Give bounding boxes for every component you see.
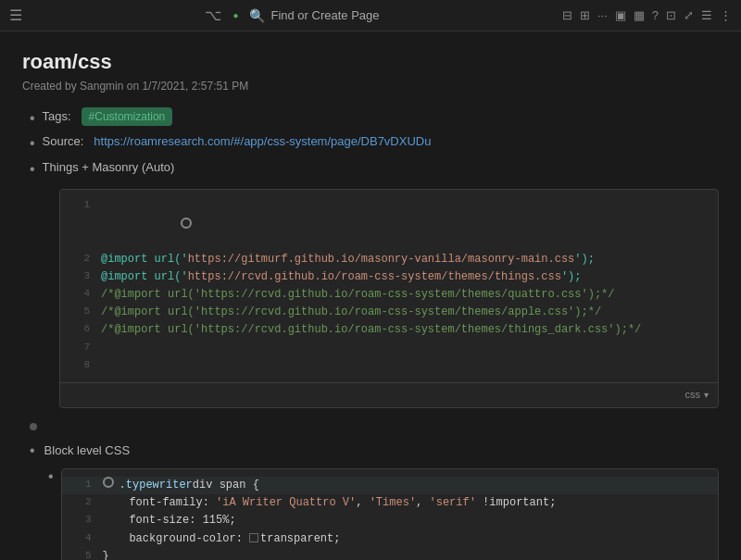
line-num-4: 4 — [71, 286, 90, 303]
b2-num-2: 2 — [73, 494, 92, 511]
search-icon: 🔍 — [249, 8, 265, 23]
expand-indicator-1 — [103, 477, 114, 488]
code-block-1[interactable]: 1 2 @import url('https://gitmurf.github.… — [59, 189, 719, 407]
section-divider — [30, 423, 719, 430]
line-content-7 — [101, 340, 107, 357]
code-block-1-footer: css ▾ — [60, 382, 718, 407]
bullet-dot-source: • — [30, 133, 35, 154]
toolbar-chart-icon[interactable]: ▦ — [634, 8, 645, 22]
things-label: Things + Masonry (Auto) — [43, 160, 175, 174]
toolbar-expand-icon[interactable]: ⤢ — [684, 8, 694, 22]
line-num-5: 5 — [71, 304, 90, 320]
tags-content: Tags: #Customization — [43, 107, 173, 126]
line-content-1 — [101, 197, 195, 251]
source-content: Source: https://roamresearch.com/#/app/c… — [43, 132, 432, 151]
toolbar-view-icon[interactable]: ⊡ — [666, 8, 676, 22]
toolbar-question-icon[interactable]: ? — [652, 8, 659, 22]
code-line-3: 3 @import url('https://rcvd.github.io/ro… — [60, 268, 718, 286]
line-num-1: 1 — [71, 197, 90, 214]
b2-num-5: 5 — [73, 548, 92, 560]
line-num-3: 3 — [71, 268, 90, 285]
code-line-4: 4 /*@import url('https://rcvd.github.io/… — [60, 286, 718, 304]
line-content-4: /*@import url('https://rcvd.github.io/ro… — [101, 286, 615, 304]
filter-icon[interactable]: ⌥ — [205, 6, 221, 24]
search-placeholder-text[interactable]: Find or Create Page — [270, 8, 379, 22]
line-content-5: /*@import url('https://rcvd.github.io/ro… — [101, 304, 601, 321]
b2-num-3: 3 — [73, 512, 92, 529]
typewriter-code-wrapper: 1 .typewriter div span { 2 font-family: … — [61, 468, 719, 560]
block-level-text: Block level CSS — [44, 443, 130, 457]
status-dot-icon: ● — [232, 10, 238, 20]
b2-content-2: font-family: 'iA Writer Quattro V', 'Tim… — [103, 494, 557, 512]
b2-content-3: font-size: 115%; — [103, 512, 236, 529]
toolbar-more-icon[interactable]: ··· — [597, 8, 608, 22]
topbar: ☰ ⌥ ● 🔍 Find or Create Page ⊟ ⊞ ··· ▣ ▦ … — [0, 0, 741, 31]
hamburger-menu-icon[interactable]: ☰ — [9, 6, 22, 24]
main-content: roam/css Created by Sangmin on 1/7/2021,… — [0, 31, 741, 560]
b2-line-3: 3 font-size: 115%; — [62, 512, 718, 529]
code-line-1: 1 — [60, 197, 718, 251]
things-bullet: • Things + Masonry (Auto) — [22, 158, 719, 180]
line-content-8 — [101, 357, 107, 375]
b2-line-4: 4 background-color: transparent; — [62, 530, 718, 548]
tags-label: Tags: — [43, 109, 71, 123]
line-num-2: 2 — [71, 251, 90, 268]
b2-line-2: 2 font-family: 'iA Writer Quattro V', 'T… — [62, 494, 718, 512]
code-block-2[interactable]: 1 .typewriter div span { 2 font-family: … — [61, 468, 719, 560]
bullet-dot-things: • — [30, 159, 35, 180]
bullet-dot-tags: • — [30, 108, 35, 129]
topbar-right: ⊟ ⊞ ··· ▣ ▦ ? ⊡ ⤢ ☰ ⋮ — [562, 8, 732, 22]
block-bullet-dot: • — [30, 441, 35, 461]
code-line-8: 8 — [60, 357, 718, 375]
b2-num-1: 1 — [73, 477, 92, 493]
page-subtitle: Created by Sangmin on 1/7/2021, 2:57:51 … — [22, 80, 719, 93]
topbar-left: ☰ — [9, 6, 22, 24]
code-line-7: 7 — [60, 340, 718, 357]
source-label: Source: — [43, 134, 84, 148]
b2-content-1: .typewriter — [119, 477, 193, 494]
code-block-2-lines: 1 .typewriter div span { 2 font-family: … — [62, 469, 718, 560]
search-bar[interactable]: 🔍 Find or Create Page — [249, 8, 379, 23]
toolbar-settings-icon[interactable]: ⋮ — [720, 8, 732, 22]
section-bullet-dot — [30, 423, 37, 430]
b2-content-5: } — [103, 548, 109, 560]
page-title: roam/css — [22, 50, 719, 74]
b2-line-1: 1 .typewriter div span { — [62, 477, 718, 494]
toolbar-list-icon[interactable]: ☰ — [701, 8, 712, 22]
code-line-5: 5 /*@import url('https://rcvd.github.io/… — [60, 304, 718, 321]
block-level-section: • Block level CSS • 1 .typewriter div sp… — [22, 440, 719, 560]
line-num-8: 8 — [71, 357, 90, 374]
b2-num-4: 4 — [73, 530, 92, 547]
source-link[interactable]: https://roamresearch.com/#/app/css-syste… — [94, 134, 431, 148]
toolbar-filter-icon[interactable]: ⊟ — [562, 8, 572, 22]
code-block-1-section: 1 2 @import url('https://gitmurf.github.… — [22, 189, 719, 407]
block-level-label-row: • Block level CSS — [22, 440, 719, 461]
b2-content-4: background-color: transparent; — [103, 530, 341, 548]
b2-line-5: 5 } — [62, 548, 718, 560]
line-num-6: 6 — [71, 321, 90, 338]
code-line-2: 2 @import url('https://gitmurf.github.io… — [60, 251, 718, 268]
code-lang-label-1: css — [685, 387, 701, 404]
lang-dropdown-arrow-1[interactable]: ▾ — [704, 388, 709, 403]
things-content: Things + Masonry (Auto) — [43, 158, 175, 177]
line-content-2: @import url('https://gitmurf.github.io/m… — [101, 251, 595, 268]
customization-tag[interactable]: #Customization — [82, 107, 173, 126]
topbar-center: ⌥ ● 🔍 Find or Create Page — [205, 6, 379, 24]
line-num-7: 7 — [71, 340, 90, 356]
toolbar-layout-icon[interactable]: ▣ — [615, 8, 626, 22]
line-content-3: @import url('https://rcvd.github.io/roam… — [101, 268, 582, 286]
toolbar-grid-icon[interactable]: ⊞ — [580, 8, 590, 22]
code-line-6: 6 /*@import url('https://rcvd.github.io/… — [60, 321, 718, 339]
nested-typewriter-bullet: • 1 .typewriter div span { 2 font-family… — [22, 468, 719, 560]
b2-content-1b: div span { — [193, 477, 259, 494]
line-content-6: /*@import url('https://rcvd.github.io/ro… — [101, 321, 641, 339]
source-bullet: • Source: https://roamresearch.com/#/app… — [22, 132, 719, 154]
tags-bullet: • Tags: #Customization — [22, 107, 719, 129]
code-block-1-lines: 1 2 @import url('https://gitmurf.github.… — [60, 190, 718, 382]
